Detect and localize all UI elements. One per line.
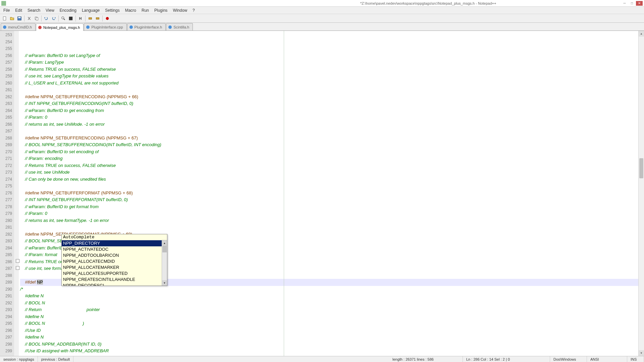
fold-marker[interactable] bbox=[14, 292, 19, 299]
fold-marker[interactable] bbox=[14, 113, 19, 120]
tool-button[interactable] bbox=[87, 15, 94, 22]
code-line[interactable]: //Use ID bbox=[20, 327, 638, 334]
fold-marker[interactable] bbox=[14, 196, 19, 203]
tab-plugininterface-cpp[interactable]: PluginInterface.cpp bbox=[84, 23, 126, 31]
fold-marker[interactable] bbox=[14, 100, 19, 107]
copy-button[interactable] bbox=[33, 15, 40, 22]
fold-marker[interactable] bbox=[14, 107, 19, 114]
code-line[interactable]: // returns as int, see formatType. -1 on… bbox=[20, 217, 638, 224]
fold-marker[interactable] bbox=[14, 333, 19, 340]
fold-marker[interactable] bbox=[14, 134, 19, 141]
tab-plugininterface-h[interactable]: PluginInterface.h bbox=[127, 23, 166, 31]
fold-marker[interactable] bbox=[14, 168, 19, 175]
autocomplete-item[interactable]: NPP_DIRECTORY bbox=[62, 240, 167, 246]
record-macro-button[interactable] bbox=[104, 15, 111, 22]
code-line[interactable]: // INT NPPM_GETBUFFERENCODING(INT buffer… bbox=[20, 100, 638, 107]
autocomplete-item[interactable]: NPPM_DECODESCI bbox=[62, 283, 167, 286]
fold-marker[interactable] bbox=[14, 79, 19, 86]
fold-marker[interactable] bbox=[14, 251, 19, 258]
fold-marker[interactable] bbox=[14, 258, 19, 265]
new-file-button[interactable] bbox=[1, 15, 8, 22]
code-line[interactable]: // Returns TRUE on success, FALSE otherw… bbox=[20, 66, 638, 73]
fold-marker[interactable] bbox=[14, 319, 19, 326]
fold-marker[interactable] bbox=[14, 306, 19, 313]
menu-edit[interactable]: Edit bbox=[12, 7, 25, 14]
code-line[interactable]: // Can only be done on new, unedited fil… bbox=[20, 176, 638, 183]
fold-marker[interactable] bbox=[14, 148, 19, 155]
fold-marker[interactable] bbox=[14, 244, 19, 251]
cut-button[interactable] bbox=[26, 15, 33, 22]
save-button[interactable] bbox=[16, 15, 23, 22]
menu-run[interactable]: Run bbox=[139, 7, 152, 14]
menu-window[interactable]: Window bbox=[170, 7, 190, 14]
code-line[interactable]: #define NPPM_SETBUFFERENCODING (NPPMSG +… bbox=[20, 135, 638, 142]
fold-marker[interactable] bbox=[14, 203, 19, 210]
menu-encoding[interactable]: Encoding bbox=[57, 7, 79, 14]
code-line[interactable]: // BOOL NPPM_SETBUFFERENCODING(INT buffe… bbox=[20, 141, 638, 148]
scroll-up-button[interactable]: ▲ bbox=[639, 31, 644, 37]
minimize-button[interactable]: ─ bbox=[621, 1, 628, 6]
code-line[interactable] bbox=[20, 86, 638, 94]
scroll-down-button[interactable]: ▼ bbox=[162, 280, 167, 286]
fold-marker[interactable] bbox=[14, 127, 19, 134]
scroll-thumb[interactable] bbox=[162, 246, 167, 252]
code-line[interactable]: // Returns TRUE on success, FALSE otherw… bbox=[20, 162, 638, 169]
fold-marker[interactable] bbox=[14, 264, 19, 272]
code-line[interactable]: // lParam: encoding bbox=[20, 155, 638, 162]
fold-marker[interactable] bbox=[14, 58, 19, 65]
code-line[interactable]: #define NPPM_GETBUFFERENCODING (NPPMSG +… bbox=[20, 94, 638, 101]
tab-notepad_plus_msgs-h[interactable]: Notepad_plus_msgs.h bbox=[36, 23, 84, 31]
code-line[interactable]: // use int, see LangType for possible va… bbox=[20, 73, 638, 80]
tab-menucmdid-h[interactable]: menuCmdID.h bbox=[1, 23, 36, 31]
code-line[interactable]: // lParam: 0 bbox=[20, 210, 638, 217]
scroll-up-button[interactable]: ▲ bbox=[162, 240, 167, 246]
fold-margin[interactable] bbox=[14, 31, 19, 356]
maximize-button[interactable]: □ bbox=[629, 1, 635, 6]
fold-marker[interactable] bbox=[14, 217, 19, 224]
fold-marker[interactable] bbox=[14, 45, 19, 52]
fold-marker[interactable] bbox=[14, 120, 19, 127]
code-line[interactable]: // INT NPPM_GETBUFFERFORMAT(INT bufferID… bbox=[20, 196, 638, 203]
code-line[interactable]: #define N bbox=[20, 334, 638, 341]
redo-button[interactable] bbox=[50, 15, 57, 22]
fold-marker[interactable] bbox=[14, 278, 19, 285]
menu-?[interactable]: ? bbox=[190, 7, 198, 14]
undo-button[interactable] bbox=[43, 15, 50, 22]
code-line[interactable]: // L_USER and L_EXTERNAL are not support… bbox=[20, 80, 638, 87]
fold-marker[interactable] bbox=[14, 347, 19, 354]
fold-marker[interactable] bbox=[14, 162, 19, 169]
fold-marker[interactable] bbox=[14, 72, 19, 79]
code-line[interactable]: // BOOL N bbox=[20, 300, 638, 307]
fold-marker[interactable] bbox=[14, 313, 19, 320]
fold-marker[interactable] bbox=[14, 31, 19, 38]
fold-marker[interactable] bbox=[14, 272, 19, 279]
code-line[interactable]: // lParam: 0 bbox=[20, 114, 638, 121]
replace-button[interactable] bbox=[67, 15, 74, 22]
autocomplete-item[interactable]: NPPM_ALLOCATECMDID bbox=[62, 258, 167, 264]
find-button[interactable] bbox=[60, 15, 67, 22]
menu-language[interactable]: Language bbox=[79, 7, 102, 14]
code-line[interactable] bbox=[20, 224, 638, 231]
code-line[interactable]: // use int, see UniMode bbox=[20, 169, 638, 176]
tool-button[interactable] bbox=[94, 15, 101, 22]
code-editor[interactable]: // wParam: BufferID to set LangType of /… bbox=[19, 31, 638, 356]
menu-search[interactable]: Search bbox=[25, 7, 43, 14]
code-line[interactable]: // BOOL N ) bbox=[20, 320, 638, 327]
menu-settings[interactable]: Settings bbox=[102, 7, 122, 14]
fold-marker[interactable] bbox=[14, 285, 19, 292]
fold-marker[interactable] bbox=[14, 189, 19, 196]
code-line[interactable]: // wParam: BufferID to get format from bbox=[20, 203, 638, 210]
close-button[interactable]: ✕ bbox=[636, 1, 643, 6]
fold-marker[interactable] bbox=[14, 38, 19, 45]
scroll-thumb[interactable] bbox=[639, 158, 643, 178]
menu-plugins[interactable]: Plugins bbox=[152, 7, 170, 14]
autocomplete-item[interactable]: NPPM_ACTIVATEDOC bbox=[62, 246, 167, 252]
code-line[interactable]: /* bbox=[20, 286, 638, 293]
fold-marker[interactable] bbox=[14, 209, 19, 217]
code-line[interactable]: // returns as int, see UniMode. -1 on er… bbox=[20, 121, 638, 128]
code-line[interactable]: #define NPPM_GETBUFFERFORMAT (NPPMSG + 6… bbox=[20, 190, 638, 197]
fold-marker[interactable] bbox=[14, 155, 19, 162]
fold-marker[interactable] bbox=[14, 65, 19, 72]
code-line[interactable]: // Return pointer bbox=[20, 306, 638, 313]
fold-marker[interactable] bbox=[14, 141, 19, 148]
